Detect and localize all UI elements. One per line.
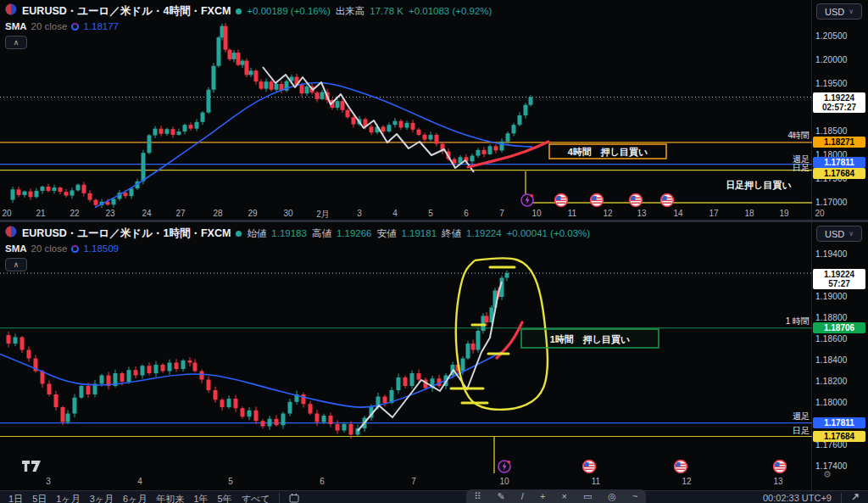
currency-select-button[interactable]: USD ∨ (816, 3, 862, 20)
time-tick: 20 (2, 209, 11, 218)
us-flag-event-icon[interactable] (590, 193, 604, 208)
timeframe-8[interactable]: 5年 (218, 493, 232, 503)
annotation-daily-dip-buy[interactable]: 日足押し目買い (704, 179, 814, 192)
remove-tool-icon[interactable]: × (561, 490, 566, 502)
us-flag-event-icon[interactable] (674, 460, 688, 474)
time-tick: 5 (228, 477, 233, 486)
price-tick: 1.18500 (815, 126, 865, 136)
time-tick: 19 (779, 209, 788, 218)
line-tool-icon[interactable]: / (521, 490, 524, 502)
drawing-white-zigzag[interactable] (263, 67, 474, 172)
market-status-icon (236, 231, 242, 237)
symbol-logo-icon (5, 3, 17, 19)
timeframe-1[interactable]: 1日 (8, 493, 23, 503)
timeframe-5[interactable]: 6ヶ月 (123, 493, 147, 503)
time-tick: 12 (603, 209, 612, 218)
bottom-bar: 1日5日1ヶ月3ヶ月6ヶ月年初来1年5年すべて 00:02:33 UTC+9 (0, 490, 868, 503)
sma-line[interactable] (95, 82, 532, 207)
price-tick: 1.19500 (815, 79, 865, 88)
stat-label: 安値 (376, 227, 396, 240)
economic-event-icon[interactable] (520, 193, 535, 208)
legend-1h: EURUSD・ユーロ／米ドル・1時間・FXCM 始値1.19183高値1.192… (5, 226, 590, 271)
timeframe-7[interactable]: 1年 (193, 493, 208, 503)
current-price-tag[interactable]: 1.1922402:57:27 (813, 92, 865, 113)
curve-tool-icon[interactable]: ~ (632, 490, 637, 502)
symbol-title[interactable]: EURUSD・ユーロ／米ドル・4時間・FXCM (22, 4, 231, 19)
annotation-4h-dip-buy[interactable]: 4時間 押し目買い (549, 146, 666, 159)
legend-collapse-button[interactable]: ∧ (5, 258, 27, 271)
chevron-down-icon: ∨ (849, 8, 854, 15)
drawing-white-zigzag[interactable] (358, 282, 502, 431)
price-level-tag[interactable]: 1.17684 (813, 168, 865, 179)
time-tick: 29 (248, 209, 257, 218)
stat-value: 1.19266 (337, 228, 372, 238)
us-flag-event-icon[interactable] (554, 193, 569, 208)
stat-value: 1.19224 (466, 228, 502, 238)
stat-value: +0.00041 (+0.03%) (507, 228, 590, 238)
timeframe-2[interactable]: 5日 (32, 493, 47, 503)
divider (841, 493, 842, 503)
time-tick: 2月 (316, 209, 330, 221)
rectangle-tool-icon[interactable]: ▭ (583, 490, 592, 502)
symbol-title[interactable]: EURUSD・ユーロ／米ドル・1時間・FXCM (22, 226, 231, 241)
current-price-value: 1.19224 (813, 93, 865, 103)
level-side-label: 週足 (737, 411, 810, 422)
clock-label[interactable]: 00:02:33 UTC+9 (763, 493, 832, 503)
candle-countdown: 02:57:27 (813, 103, 865, 112)
time-tick: 14 (673, 209, 682, 218)
us-flag-event-icon[interactable] (773, 460, 787, 474)
candle-countdown: 57:27 (813, 279, 865, 288)
indicator-name[interactable]: SMA (5, 243, 27, 254)
price-level-tag[interactable]: 1.18271 (813, 137, 865, 148)
stat-value: 1.19183 (271, 228, 307, 238)
time-tick: 11 (592, 477, 600, 486)
time-tick: 11 (568, 209, 576, 218)
stat-value: +0.01083 (+0.92%) (409, 6, 492, 16)
drawing-toolbar[interactable]: ⠿✎/+×▭◎~ (466, 489, 646, 503)
us-flag-event-icon[interactable] (660, 193, 675, 208)
currency-label: USD (825, 7, 844, 17)
annotation-1h-dip-buy[interactable]: 1時間 押し目買い (521, 333, 659, 346)
price-tick: 1.17400 (815, 461, 865, 471)
level-side-label: 4時間 (737, 130, 810, 142)
chart-pane-1h[interactable]: EURUSD・ユーロ／米ドル・1時間・FXCM 始値1.19183高値1.192… (0, 222, 868, 490)
price-level-tag[interactable]: 1.18706 (813, 322, 865, 333)
us-flag-event-icon[interactable] (629, 193, 643, 208)
calendar-icon[interactable] (289, 493, 299, 503)
currency-select-button[interactable]: USD ∨ (816, 226, 862, 242)
cross-tool-icon[interactable]: + (540, 490, 545, 502)
price-level-tag[interactable]: 1.17684 (813, 431, 865, 442)
chevron-down-icon: ∨ (849, 230, 854, 238)
timeframe-6[interactable]: 年初来 (156, 493, 184, 503)
price-level-tag[interactable]: 1.17811 (813, 157, 865, 168)
market-status-icon (236, 8, 242, 14)
us-flag-event-icon[interactable] (582, 460, 597, 474)
time-tick: 24 (142, 209, 151, 218)
current-price-tag[interactable]: 1.1922457:27 (813, 269, 865, 289)
timeframe-3[interactable]: 1ヶ月 (56, 493, 80, 503)
drag-handle-icon[interactable]: ⠿ (475, 490, 481, 502)
time-tick: 7 (499, 209, 504, 218)
time-tick: 27 (175, 209, 185, 218)
chart-pane-4h[interactable]: EURUSD・ユーロ／米ドル・4時間・FXCM +0.00189 (+0.16%… (0, 0, 868, 220)
economic-event-icon[interactable] (498, 460, 512, 474)
expand-icon[interactable] (851, 493, 860, 503)
timeframe-9[interactable]: すべて (242, 493, 270, 503)
price-tick: 1.18200 (815, 377, 865, 386)
timeframe-4[interactable]: 3ヶ月 (90, 493, 114, 503)
time-tick: 23 (105, 209, 114, 218)
price-tick: 1.20000 (815, 55, 865, 64)
stat-value: 1.19181 (401, 228, 437, 238)
price-tick: 1.19400 (815, 249, 865, 259)
indicator-name[interactable]: SMA (5, 21, 27, 31)
time-tick: 10 (499, 477, 509, 486)
time-tick: 13 (773, 477, 782, 486)
time-tick: 20 (815, 209, 824, 218)
brush-tool-icon[interactable]: ✎ (498, 490, 505, 502)
time-tick: 30 (283, 209, 292, 218)
price-level-tag[interactable]: 1.17811 (813, 417, 865, 428)
legend-collapse-button[interactable]: ∧ (5, 36, 27, 49)
stat-label: 終値 (442, 227, 461, 240)
time-tick: 28 (213, 209, 222, 218)
circle-tool-icon[interactable]: ◎ (608, 490, 616, 502)
